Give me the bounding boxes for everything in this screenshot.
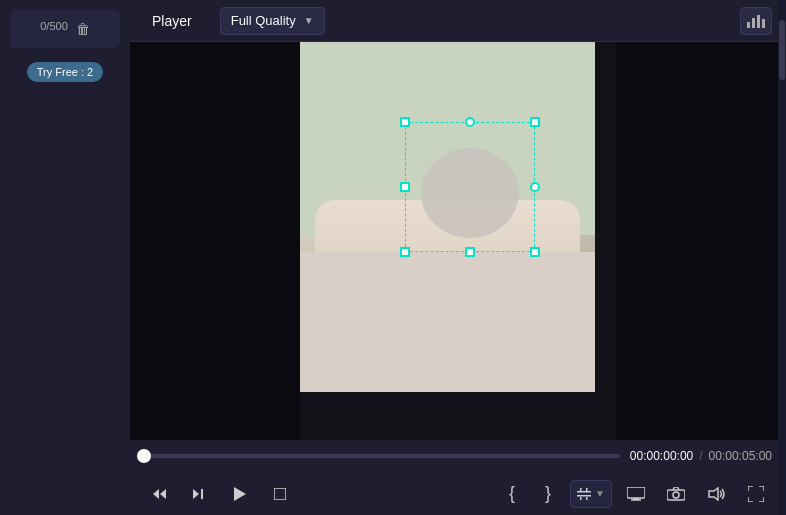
time-separator: / — [699, 449, 702, 463]
svg-rect-3 — [762, 19, 765, 28]
step-play-button[interactable] — [184, 478, 216, 510]
svg-rect-12 — [580, 488, 582, 491]
quality-dropdown[interactable]: Full Quality ▼ — [220, 7, 325, 35]
playback-row: { } ▼ — [144, 472, 772, 515]
progress-track[interactable] — [144, 454, 620, 458]
current-time: 00:00:00:00 — [630, 449, 693, 463]
camera-button[interactable] — [660, 480, 692, 508]
quality-label: Full Quality — [231, 13, 296, 28]
time-display: 00:00:00:00 / 00:00:05:00 — [630, 449, 772, 463]
handle-bottom-left[interactable] — [400, 247, 410, 257]
video-container — [130, 42, 786, 440]
video-content — [300, 42, 595, 392]
svg-rect-13 — [580, 497, 582, 500]
svg-marker-6 — [193, 489, 199, 499]
bracket-open-button[interactable]: { — [498, 480, 526, 508]
svg-rect-9 — [274, 488, 286, 500]
scrollbar[interactable] — [778, 0, 786, 515]
video-black-left — [130, 42, 300, 440]
face-blur-selection[interactable] — [405, 122, 535, 252]
svg-rect-15 — [586, 497, 588, 500]
playback-right-controls: { } ▼ — [498, 480, 772, 508]
volume-button[interactable] — [700, 480, 732, 508]
stop-button[interactable] — [264, 478, 296, 510]
play-button[interactable] — [224, 478, 256, 510]
handle-right-center[interactable] — [530, 182, 540, 192]
svg-marker-21 — [709, 488, 718, 500]
progress-thumb[interactable] — [137, 449, 151, 463]
scene-arms — [300, 252, 595, 392]
trash-icon[interactable]: 🗑 — [76, 21, 90, 37]
svg-marker-5 — [160, 489, 166, 499]
svg-rect-2 — [757, 15, 760, 28]
svg-rect-11 — [577, 495, 591, 497]
clip-segment-button[interactable]: ▼ — [570, 480, 612, 508]
handle-bottom-center[interactable] — [465, 247, 475, 257]
sidebar: 0/500 🗑 Try Free : 2 — [0, 0, 130, 515]
screen-button[interactable] — [620, 480, 652, 508]
sidebar-counter-panel: 0/500 🗑 — [10, 10, 120, 48]
total-time: 00:00:05:00 — [709, 449, 772, 463]
playback-left-controls — [144, 478, 296, 510]
free-trial-badge[interactable]: Try Free : 2 — [27, 62, 103, 82]
video-frame — [300, 42, 595, 392]
svg-point-20 — [673, 492, 679, 498]
rewind-button[interactable] — [144, 478, 176, 510]
svg-rect-16 — [627, 487, 645, 498]
annotation-counter: 0/500 — [40, 20, 68, 32]
clip-chevron-icon: ▼ — [595, 488, 605, 499]
progress-row: 00:00:00:00 / 00:00:05:00 — [144, 440, 772, 472]
svg-rect-0 — [747, 22, 750, 28]
analytics-button[interactable] — [740, 7, 772, 35]
fullscreen-button[interactable] — [740, 480, 772, 508]
video-black-right — [616, 42, 786, 440]
main-area: Player Full Quality ▼ — [130, 0, 786, 515]
handle-top-center[interactable] — [465, 117, 475, 127]
handle-left-center[interactable] — [400, 182, 410, 192]
bracket-close-button[interactable]: } — [534, 480, 562, 508]
svg-rect-7 — [201, 489, 203, 499]
svg-rect-1 — [752, 18, 755, 28]
handle-top-left[interactable] — [400, 117, 410, 127]
handle-top-right[interactable] — [530, 117, 540, 127]
top-bar: Player Full Quality ▼ — [130, 0, 786, 42]
player-tab[interactable]: Player — [144, 9, 200, 33]
face-ellipse — [421, 148, 519, 238]
svg-marker-4 — [153, 489, 159, 499]
handle-bottom-right[interactable] — [530, 247, 540, 257]
svg-rect-10 — [577, 491, 591, 493]
controls-bar: 00:00:00:00 / 00:00:05:00 — [130, 440, 786, 515]
svg-rect-14 — [586, 488, 588, 491]
chevron-down-icon: ▼ — [304, 15, 314, 26]
svg-marker-8 — [234, 487, 246, 501]
scrollbar-thumb[interactable] — [779, 20, 785, 80]
